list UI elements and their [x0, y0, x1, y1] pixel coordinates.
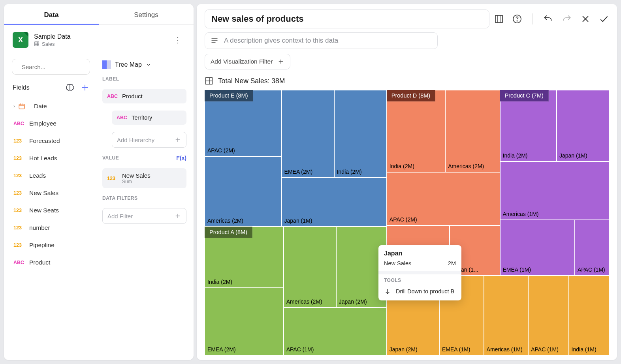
- plus-icon: [174, 212, 181, 220]
- fields-heading: Fields: [13, 84, 30, 91]
- treemap-cell[interactable]: Japan (1M): [557, 90, 609, 161]
- chart-type-label: Tree Map: [115, 61, 142, 68]
- viz-title-input[interactable]: [205, 9, 489, 28]
- svg-rect-0: [35, 42, 39, 46]
- treemap-chart[interactable]: APAC (2M)EMEA (2M)India (2M)Americas (2M…: [205, 90, 609, 355]
- chevron-down-icon: [146, 62, 151, 68]
- treemap-cell-label: Japan (2M): [339, 298, 367, 305]
- field-new-seats[interactable]: 123New Seats: [12, 202, 90, 219]
- treemap-cell-label: India (1M): [572, 346, 597, 353]
- add-viz-filter-label: Add Visualization Filter: [211, 58, 273, 65]
- confirm-button[interactable]: [599, 14, 609, 24]
- treemap-cell[interactable]: EMEA (2M): [282, 90, 334, 178]
- datasource-sheet: Sales: [42, 41, 55, 47]
- chart-type-selector[interactable]: Tree Map: [102, 60, 186, 69]
- tooltip-drill-label: Drill Down to product B: [396, 288, 454, 295]
- add-hierarchy-label: Add Hierarchy: [117, 137, 154, 143]
- grid-view-button[interactable]: [494, 14, 504, 24]
- label-field-pill[interactable]: ABC Product: [102, 89, 186, 103]
- treemap-cell-label: Japan (1M): [284, 218, 312, 224]
- redo-button[interactable]: [562, 14, 572, 24]
- treemap-cell[interactable]: Americas (1M): [500, 161, 609, 220]
- treemap-cell[interactable]: APAC (1M): [284, 308, 387, 355]
- number-type-icon: 123: [13, 225, 24, 231]
- treemap-cell-label: India (2M): [390, 163, 414, 169]
- treemap-swatch-icon: [102, 60, 111, 69]
- treemap-cell-label: Americas (1M): [487, 346, 523, 353]
- field-label: New Sales: [29, 190, 58, 197]
- tooltip-title: Japan: [378, 245, 461, 259]
- treemap-cell[interactable]: EMEA (1M): [500, 220, 575, 276]
- number-type-icon: 123: [13, 190, 24, 196]
- number-type-icon: 123: [13, 138, 24, 144]
- treemap-group-header[interactable]: Product E (8M): [205, 90, 253, 101]
- add-data-filter-button[interactable]: Add Filter: [102, 208, 186, 224]
- treemap-cell[interactable]: Americas (2M): [205, 156, 282, 227]
- treemap-cell[interactable]: Americas (1M): [484, 276, 529, 355]
- add-filter-label: Add Filter: [107, 213, 133, 220]
- datasource-name: Sample Data: [34, 33, 71, 40]
- field-label: Date: [34, 103, 47, 110]
- treemap-cell[interactable]: India (2M): [334, 90, 387, 178]
- ai-fields-icon[interactable]: [66, 83, 74, 92]
- field-pipeline[interactable]: 123Pipepline: [12, 236, 90, 254]
- datasource-row: Sample Data Sales ⋮: [4, 25, 194, 55]
- tooltip-metric-label: New Sales: [384, 260, 411, 266]
- field-hot-leads[interactable]: 123Hot Leads: [12, 150, 90, 167]
- field-number[interactable]: 123number: [12, 219, 90, 236]
- search-input[interactable]: [22, 64, 97, 70]
- field-product[interactable]: ABCProduct: [12, 254, 90, 271]
- hierarchy-field-pill[interactable]: ABC Territory: [112, 111, 186, 125]
- treemap-cell[interactable]: Americas (2M): [284, 227, 336, 308]
- field-label: Forecasted: [29, 137, 60, 144]
- text-type-icon: ABC: [117, 115, 128, 120]
- field-label: Employee: [29, 120, 56, 127]
- add-hierarchy-button[interactable]: Add Hierarchy: [112, 132, 186, 148]
- expand-icon: ›: [13, 103, 15, 109]
- field-new-sales[interactable]: 123New Sales: [12, 184, 90, 202]
- undo-button[interactable]: [543, 14, 553, 24]
- treemap-cell-label: APAC (2M): [390, 216, 417, 223]
- field-forecasted[interactable]: 123Forecasted: [12, 132, 90, 150]
- datasource-menu-button[interactable]: ⋮: [171, 34, 185, 46]
- description-input[interactable]: A description gives context to this data: [205, 32, 438, 49]
- svg-rect-3: [495, 15, 502, 23]
- treemap-cell[interactable]: India (2M): [387, 90, 445, 172]
- field-label: Pipepline: [29, 242, 55, 249]
- tab-data[interactable]: Data: [4, 4, 99, 24]
- treemap-icon: [205, 77, 213, 85]
- treemap-group-header[interactable]: Product A (8M): [205, 227, 252, 238]
- treemap-cell[interactable]: Japan (1M): [282, 178, 387, 227]
- add-field-button[interactable]: [81, 83, 89, 92]
- add-viz-filter-button[interactable]: Add Visualization Filter: [205, 54, 290, 69]
- tooltip-drill-down[interactable]: Drill Down to product B: [378, 285, 461, 300]
- treemap-cell[interactable]: EMEA (2M): [205, 288, 284, 355]
- value-field-pill[interactable]: 123 New Sales Sum: [102, 168, 186, 188]
- field-date[interactable]: › Date: [12, 98, 90, 115]
- help-button[interactable]: [512, 14, 522, 24]
- treemap-cell[interactable]: APAC (1M): [575, 220, 609, 276]
- field-label: New Seats: [29, 207, 59, 214]
- treemap-cell[interactable]: India (1M): [569, 276, 609, 355]
- treemap-cell-label: APAC (1M): [286, 346, 314, 353]
- treemap-cell-label: India (2M): [337, 169, 362, 175]
- field-employee[interactable]: ABCEmployee: [12, 115, 90, 132]
- treemap-cell-label: EMEA (2M): [284, 169, 313, 175]
- field-list: › Date ABCEmployee 123Forecasted 123Hot …: [12, 98, 90, 271]
- field-label: number: [29, 224, 50, 231]
- field-search[interactable]: [12, 59, 90, 75]
- close-button[interactable]: [581, 14, 590, 24]
- number-type-icon: 123: [13, 156, 24, 161]
- treemap-group-header[interactable]: Product C (7M): [500, 90, 549, 101]
- svg-rect-2: [19, 104, 24, 109]
- grid-icon: [34, 41, 40, 47]
- treemap-group-header[interactable]: Product D (8M): [387, 90, 435, 101]
- treemap-cell-label: APAC (1M): [578, 266, 605, 273]
- treemap-cell[interactable]: APAC (1M): [528, 276, 568, 355]
- text-type-icon: ABC: [13, 260, 24, 265]
- treemap-cell[interactable]: APAC (2M): [387, 172, 500, 225]
- treemap-cell[interactable]: Americas (2M): [445, 90, 500, 172]
- field-leads[interactable]: 123Leads: [12, 167, 90, 184]
- fx-button[interactable]: F(x): [176, 155, 186, 161]
- tab-settings[interactable]: Settings: [99, 4, 194, 24]
